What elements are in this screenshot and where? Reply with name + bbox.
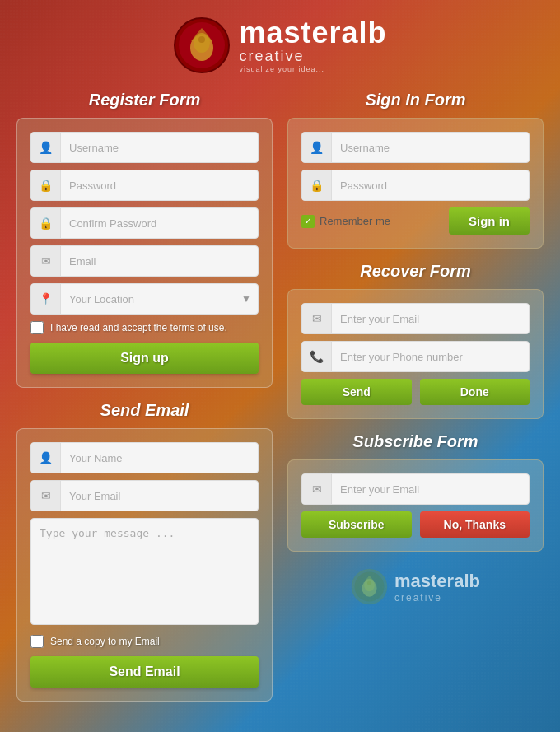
send-email-copy-row: Send a copy to my Email [30,635,259,648]
register-password-input[interactable] [61,173,258,198]
recover-phone-icon: 📞 [302,342,332,371]
send-email-section: Send Email 👤 ✉ Send a copy to my Email [16,401,273,702]
send-email-icon: ✉ [31,481,61,511]
subscribe-form-title: Subscribe Form [287,432,544,451]
send-email-name-group: 👤 [30,442,259,473]
recover-phone-input[interactable] [332,344,529,370]
send-email-name-input[interactable] [61,445,258,471]
signin-form-card: 👤 🔒 ✓ Remember me Sign in [287,118,544,249]
main-content: Register Form 👤 🔒 🔒 ✉ [16,91,544,702]
lock-confirm-icon: 🔒 [31,208,61,238]
signin-username-input[interactable] [332,135,529,161]
bottom-logo-text: masteralb creative [394,571,480,604]
logo-tagline: visualize your idea... [239,65,386,73]
register-location-group: 📍 Your Location ▼ [30,283,259,315]
user-icon: 👤 [31,133,61,162]
header: masteralb creative visualize your idea..… [16,16,544,74]
recover-email-input[interactable] [332,306,529,332]
bottom-logo: masteralb creative [287,568,544,605]
register-form-card: 👤 🔒 🔒 ✉ � [16,118,273,388]
register-location-select[interactable]: Your Location [61,287,235,312]
send-email-email-input[interactable] [61,483,258,509]
recover-phone-group: 📞 [301,341,530,372]
register-terms-row: I have read and accept the terms of use. [30,321,259,334]
svg-point-7 [198,36,205,43]
subscribe-form-section: Subscribe Form ✉ Subscribe No, Thanks [287,432,544,552]
send-email-card: 👤 ✉ Send a copy to my Email Send Email [16,428,273,702]
recover-form-title: Recover Form [287,262,544,281]
bottom-logo-sub: creative [394,592,480,604]
subscribe-buttons-row: Subscribe No, Thanks [301,511,530,538]
subscribe-email-icon: ✉ [302,474,332,504]
remember-left-group: ✓ Remember me [301,215,390,228]
logo-text: masteralb creative visualize your idea..… [239,18,386,73]
subscribe-email-group: ✉ [301,473,530,505]
recover-form-card: ✉ 📞 Send Done [287,289,544,419]
send-user-icon: 👤 [31,443,61,473]
left-column: Register Form 👤 🔒 🔒 ✉ [16,91,273,702]
signin-user-icon: 👤 [302,133,332,162]
subscribe-form-card: ✉ Subscribe No, Thanks [287,459,544,552]
logo: masteralb creative visualize your idea..… [173,16,386,74]
send-email-title: Send Email [16,401,273,420]
signin-button[interactable]: Sign in [449,207,530,235]
register-email-input[interactable] [61,249,258,274]
recover-buttons-row: Send Done [301,379,530,405]
signin-form-title: Sign In Form [287,91,544,110]
register-email-group: ✉ [30,245,259,277]
chevron-down-icon: ▼ [235,284,258,314]
logo-icon [173,16,231,74]
signin-password-group: 🔒 [301,170,530,201]
no-thanks-button[interactable]: No, Thanks [420,511,530,538]
signin-lock-icon: 🔒 [302,170,332,200]
subscribe-button[interactable]: Subscribe [301,511,412,538]
send-email-email-group: ✉ [30,480,259,511]
email-icon: ✉ [31,246,61,276]
register-signup-button[interactable]: Sign up [30,343,259,374]
recover-done-button[interactable]: Done [420,379,530,405]
signin-password-input[interactable] [332,173,529,198]
signin-username-group: 👤 [301,132,530,163]
bottom-logo-main: masteralb [394,571,480,592]
logo-main-text: masteralb [239,18,386,48]
send-email-button[interactable]: Send Email [30,656,259,688]
svg-point-13 [367,580,371,585]
send-email-copy-checkbox[interactable] [30,635,44,648]
remember-me-label: Remember me [320,215,390,227]
register-password-group: 🔒 [30,170,259,201]
recover-form-section: Recover Form ✉ 📞 Send Done [287,262,544,419]
recover-email-group: ✉ [301,303,530,334]
recover-send-button[interactable]: Send [301,379,412,405]
location-icon: 📍 [31,284,61,314]
register-terms-label: I have read and accept the terms of use. [50,322,227,333]
subscribe-email-input[interactable] [332,477,529,502]
register-username-group: 👤 [30,132,259,163]
recover-email-icon: ✉ [302,304,332,333]
send-email-copy-label: Send a copy to my Email [50,636,160,647]
lock-icon: 🔒 [31,170,61,200]
register-username-input[interactable] [61,135,258,161]
signin-remember-row: ✓ Remember me Sign in [301,207,530,235]
register-terms-checkbox[interactable] [30,321,44,334]
bottom-logo-icon [351,568,388,605]
send-email-message-textarea[interactable] [30,518,259,625]
remember-me-checkbox[interactable]: ✓ [301,215,315,228]
register-confirm-password-group: 🔒 [30,207,259,239]
register-form-section: Register Form 👤 🔒 🔒 ✉ [16,91,273,388]
register-form-title: Register Form [16,91,273,110]
right-column: Sign In Form 👤 🔒 ✓ Remember me [287,91,544,702]
register-confirm-password-input[interactable] [61,211,258,236]
logo-sub-text: creative [239,48,386,65]
signin-form-section: Sign In Form 👤 🔒 ✓ Remember me [287,91,544,249]
